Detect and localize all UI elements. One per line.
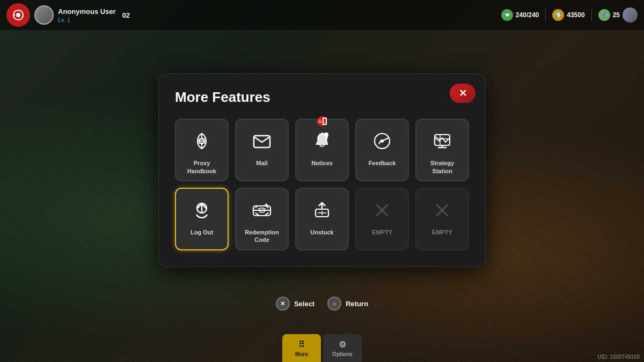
feature-button-notices[interactable]: ! Notices: [295, 119, 349, 181]
feature-button-redemption-code[interactable]: Redemption Code: [235, 188, 289, 250]
log-out-icon: [188, 196, 216, 224]
feature-button-mail[interactable]: Mail: [235, 119, 289, 181]
more-features-modal: More Features ✕ Proxy Handbook Mail!: [158, 73, 486, 267]
log-out-label: Log Out: [191, 228, 213, 236]
feature-button-feedback[interactable]: Feedback: [355, 119, 409, 181]
empty1-label: EMPTY: [372, 228, 392, 236]
notices-label: Notices: [311, 159, 333, 167]
modal-backdrop: More Features ✕ Proxy Handbook Mail!: [0, 0, 644, 362]
modal-close-button[interactable]: ✕: [450, 84, 475, 103]
strategy-station-label: Strategy Station: [421, 159, 464, 175]
proxy-handbook-icon: [188, 127, 216, 155]
mail-icon: [248, 127, 276, 155]
feedback-icon: [368, 127, 396, 155]
unstuck-icon: [308, 196, 336, 224]
notices-icon: [308, 127, 336, 155]
notice-badge: !: [317, 116, 327, 126]
mail-label: Mail: [256, 159, 267, 167]
feature-button-empty1[interactable]: EMPTY: [355, 188, 409, 250]
features-grid: Proxy Handbook Mail! Notices Feedback: [175, 119, 469, 250]
svg-text:!: !: [319, 121, 320, 123]
unstuck-label: Unstuck: [310, 228, 333, 236]
empty2-label: EMPTY: [432, 228, 452, 236]
empty2-icon: [428, 196, 456, 224]
empty1-icon: [368, 196, 396, 224]
feedback-label: Feedback: [369, 159, 396, 167]
feature-button-proxy-handbook[interactable]: Proxy Handbook: [175, 119, 229, 181]
feature-button-log-out[interactable]: Log Out: [175, 188, 229, 250]
redemption-code-label: Redemption Code: [240, 228, 283, 244]
feature-button-empty2[interactable]: EMPTY: [415, 188, 469, 250]
modal-title: More Features: [175, 89, 469, 106]
redemption-code-icon: [248, 196, 276, 224]
feature-button-unstuck[interactable]: Unstuck: [295, 188, 349, 250]
feature-button-strategy-station[interactable]: Strategy Station: [415, 119, 469, 181]
proxy-handbook-label: Proxy Handbook: [180, 159, 223, 175]
svg-point-8: [324, 132, 328, 137]
strategy-station-icon: [428, 127, 456, 155]
